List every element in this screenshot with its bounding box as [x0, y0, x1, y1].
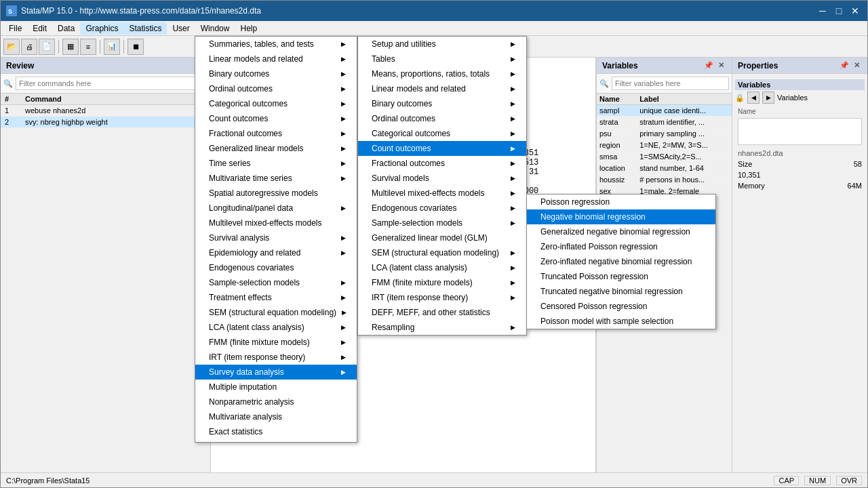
stats-menu-survey[interactable]: Survey data analysis: [195, 365, 357, 380]
variables-close-icon[interactable]: ✕: [715, 60, 726, 71]
count-zero-poisson[interactable]: Zero-inflated Poisson regression: [527, 239, 715, 254]
stats-menu-glm[interactable]: Generalized linear models: [195, 141, 357, 156]
var-row[interactable]: region1=NE, 2=MW, 3=S...: [597, 140, 732, 151]
open-button[interactable]: 📂: [3, 39, 20, 55]
stats-menu-endogenous[interactable]: Endogenous covariates: [195, 260, 357, 275]
menu-user[interactable]: User: [167, 22, 195, 35]
stats-menu-summaries[interactable]: Summaries, tables, and tests: [195, 37, 357, 52]
var-row[interactable]: houssiz# persons in hous...: [597, 174, 732, 186]
count-truncated-poisson[interactable]: Truncated Poisson regression: [527, 269, 715, 284]
variables-pin-icon[interactable]: 📌: [703, 60, 714, 71]
survey-means[interactable]: Means, proportions, ratios, totals: [358, 66, 526, 81]
stats-menu-fractional[interactable]: Fractional outcomes: [195, 126, 357, 141]
stats-menu-resampling[interactable]: Resampling: [195, 439, 357, 443]
survey-multilevel[interactable]: Multilevel mixed-effects models: [358, 186, 526, 201]
count-poisson-sample-selection[interactable]: Poisson model with sample selection: [527, 314, 715, 329]
survey-endogenous[interactable]: Endogenous covariates: [358, 201, 526, 216]
survey-sem[interactable]: SEM (structural equation modeling): [358, 245, 526, 260]
survey-categorical[interactable]: Categorical outcomes: [358, 126, 526, 141]
properties-panel-icons: 📌 ✕: [839, 60, 862, 71]
props-fwd-btn[interactable]: ▶: [762, 92, 774, 104]
survey-tables[interactable]: Tables: [358, 52, 526, 66]
menu-edit[interactable]: Edit: [27, 22, 52, 35]
survey-glm[interactable]: Generalized linear model (GLM): [358, 230, 526, 245]
review-col-command: Command: [21, 94, 210, 105]
stats-menu-multivariate[interactable]: Multivariate analysis: [195, 409, 357, 424]
survey-fractional[interactable]: Fractional outcomes: [358, 156, 526, 171]
var-row[interactable]: smsa1=SMSAcity,2=S...: [597, 151, 732, 163]
var-col-name: Name: [597, 94, 637, 105]
menu-graphics[interactable]: Graphics: [80, 22, 123, 35]
count-truncated-negative-binomial[interactable]: Truncated negative binomial regression: [527, 284, 715, 299]
var-label: stratum identifier, ...: [637, 117, 732, 128]
maximize-button[interactable]: □: [832, 4, 846, 18]
stats-menu-time[interactable]: Time series: [195, 156, 357, 171]
main-window: S Stata/MP 15.0 - http://www.stata-press…: [0, 0, 868, 488]
count-negative-binomial[interactable]: Negative binomial regression: [527, 209, 715, 224]
stats-menu-nonparametric[interactable]: Nonparametric analysis: [195, 394, 357, 409]
stats-menu-linear[interactable]: Linear models and related: [195, 52, 357, 66]
survey-linear[interactable]: Linear models and related: [358, 81, 526, 96]
stats-menu-exact[interactable]: Exact statistics: [195, 424, 357, 439]
survey-count[interactable]: Count outcomes: [358, 141, 526, 156]
close-button[interactable]: ✕: [848, 4, 862, 18]
count-censored-poisson[interactable]: Censored Poisson regression: [527, 299, 715, 314]
stats-menu-fmm[interactable]: FMM (finite mixture models): [195, 335, 357, 350]
stats-menu-categorical[interactable]: Categorical outcomes: [195, 96, 357, 111]
var-row[interactable]: locationstand number, 1-64: [597, 163, 732, 174]
survey-deff[interactable]: DEFF, MEFF, and other statistics: [358, 305, 526, 320]
var-row[interactable]: samplunique case identi...: [597, 105, 732, 117]
var-row[interactable]: stratastratum identifier, ...: [597, 117, 732, 128]
tb-btn-4[interactable]: ▦: [62, 39, 79, 55]
stats-menu-longitudinal[interactable]: Longitudinal/panel data: [195, 201, 357, 216]
props-back-btn[interactable]: ◀: [747, 92, 760, 104]
survey-irt[interactable]: IRT (item response theory): [358, 290, 526, 305]
var-row[interactable]: psuprimary sampling ...: [597, 128, 732, 140]
tb-btn-5[interactable]: ≡: [80, 39, 96, 55]
stats-menu-count[interactable]: Count outcomes: [195, 111, 357, 126]
survey-resampling[interactable]: Resampling: [358, 320, 526, 335]
review-row-1[interactable]: 1 webuse nhanes2d: [1, 105, 210, 117]
props-close-icon[interactable]: ✕: [851, 60, 862, 71]
minimize-button[interactable]: ─: [816, 4, 829, 18]
variables-header: Variables 📌 ✕: [597, 58, 732, 74]
count-poisson[interactable]: Poisson regression: [527, 195, 715, 209]
stats-menu-lca[interactable]: LCA (latent class analysis): [195, 320, 357, 335]
variables-search-input[interactable]: [612, 77, 729, 90]
review-row-2[interactable]: 2 svy: nbreg highbp weight: [1, 117, 210, 128]
stats-menu-survival[interactable]: Survival analysis: [195, 230, 357, 245]
stats-menu-sem[interactable]: SEM (structural equation modeling): [195, 305, 357, 320]
print-button[interactable]: 🖨: [21, 39, 37, 55]
tb-btn-8[interactable]: ◼: [127, 39, 144, 55]
stats-menu-sample-selection[interactable]: Sample-selection models: [195, 275, 357, 290]
stats-menu-multilevel[interactable]: Multilevel mixed-effects models: [195, 216, 357, 230]
menu-help[interactable]: Help: [235, 22, 262, 35]
count-zero-negative-binomial[interactable]: Zero-inflated negative binomial regressi…: [527, 254, 715, 269]
stats-menu-multiple-imputation[interactable]: Multiple imputation: [195, 380, 357, 394]
graph-button[interactable]: 📊: [104, 39, 120, 55]
review-search-input[interactable]: [16, 77, 208, 90]
stats-menu-spatial[interactable]: Spatial autoregressive models: [195, 186, 357, 201]
survey-lca[interactable]: LCA (latent class analysis): [358, 260, 526, 275]
stats-menu-multivariate-time[interactable]: Multivariate time series: [195, 171, 357, 186]
survey-survival[interactable]: Survival models: [358, 171, 526, 186]
survey-binary[interactable]: Binary outcomes: [358, 96, 526, 111]
menu-window[interactable]: Window: [195, 22, 235, 35]
menu-data[interactable]: Data: [52, 22, 80, 35]
survey-fmm[interactable]: FMM (finite mixture models): [358, 275, 526, 290]
survey-sample-selection[interactable]: Sample-selection models: [358, 216, 526, 230]
stats-menu-epidemiology[interactable]: Epidemiology and related: [195, 245, 357, 260]
stats-menu-ordinal[interactable]: Ordinal outcomes: [195, 81, 357, 96]
stats-menu-binary[interactable]: Binary outcomes: [195, 66, 357, 81]
log-button[interactable]: 📄: [39, 39, 55, 55]
stats-menu-irt[interactable]: IRT (item response theory): [195, 350, 357, 365]
stats-menu-treatment[interactable]: Treatment effects: [195, 290, 357, 305]
properties-content: Variables 🔒 ◀ ▶ Variables Name nhanes2d.…: [732, 74, 867, 194]
menu-file[interactable]: File: [3, 22, 27, 35]
count-generalized-negative-binomial[interactable]: Generalized negative binomial regression: [527, 224, 715, 239]
survey-setup[interactable]: Setup and utilities: [358, 37, 526, 52]
search-icon: 🔍: [3, 79, 13, 88]
survey-ordinal[interactable]: Ordinal outcomes: [358, 111, 526, 126]
props-pin-icon[interactable]: 📌: [839, 60, 850, 71]
menu-statistics[interactable]: Statistics: [123, 22, 167, 35]
